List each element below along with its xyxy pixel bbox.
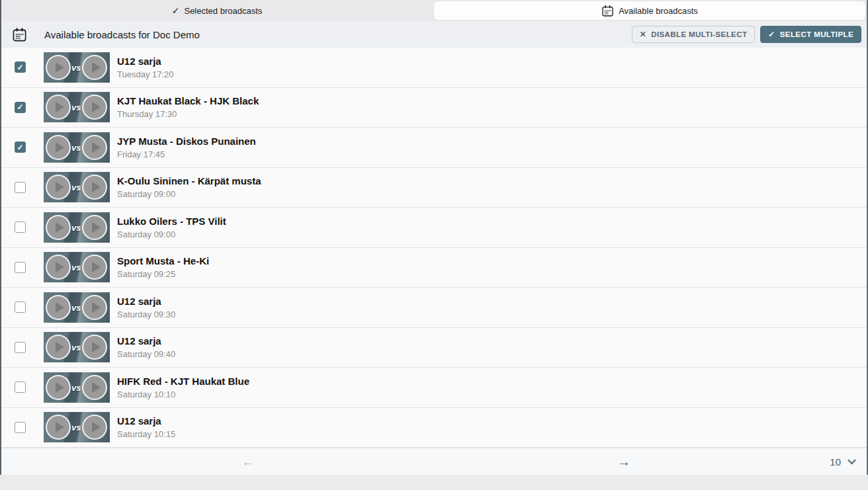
broadcast-checkbox[interactable] — [15, 262, 26, 273]
vs-label: vs — [71, 382, 81, 392]
play-icon — [82, 215, 107, 240]
broadcast-row[interactable]: vs Sport Musta - He-Ki Saturday 09:25 — [1, 248, 867, 288]
vs-label: vs — [71, 142, 81, 152]
tab-selected-broadcasts[interactable]: ✓ Selected broadcasts — [1, 0, 433, 21]
broadcast-time: Saturday 09:30 — [117, 309, 175, 319]
tab-available-broadcasts[interactable]: Available broadcasts — [434, 1, 865, 20]
play-icon — [46, 55, 71, 80]
broadcast-row[interactable]: ✓ vs U12 sarja Tuesday 17:20 — [1, 48, 867, 88]
play-icon — [82, 135, 107, 160]
broadcast-row[interactable]: vs U12 sarja Saturday 10:15 — [1, 408, 867, 448]
x-icon: ✕ — [640, 30, 646, 39]
broadcast-time: Saturday 09:40 — [117, 349, 175, 359]
broadcast-checkbox[interactable]: ✓ — [15, 61, 26, 73]
broadcast-time: Saturday 09:00 — [117, 189, 261, 199]
vs-label: vs — [71, 263, 81, 272]
tab-label: Available broadcasts — [619, 6, 698, 16]
broadcast-checkbox[interactable]: ✓ — [15, 142, 26, 153]
broadcast-thumbnail[interactable]: vs — [44, 412, 110, 442]
checkbox-cell — [1, 262, 44, 273]
play-icon — [82, 175, 107, 200]
broadcast-time: Friday 17:45 — [117, 149, 256, 159]
broadcast-checkbox[interactable] — [15, 342, 26, 353]
chevron-down-icon — [847, 456, 856, 464]
broadcast-meta: U12 sarja Saturday 10:15 — [117, 415, 175, 439]
broadcast-title: KJT Haukat Black - HJK Black — [117, 95, 259, 106]
broadcast-time: Saturday 10:15 — [117, 429, 175, 439]
calendar-icon — [601, 5, 614, 17]
checkbox-cell — [1, 182, 44, 193]
broadcast-manager-window: ✓ Selected broadcasts Available broadcas… — [0, 0, 868, 490]
broadcast-checkbox[interactable] — [15, 302, 26, 313]
checkbox-cell — [1, 342, 44, 353]
checkbox-cell — [1, 422, 44, 433]
broadcast-thumbnail[interactable]: vs — [44, 252, 110, 282]
broadcast-title: HIFK Red - KJT Haukat Blue — [117, 376, 249, 387]
broadcast-row[interactable]: vs U12 sarja Saturday 09:30 — [1, 288, 867, 328]
checkbox-cell — [1, 382, 44, 393]
broadcast-title: U12 sarja — [117, 335, 175, 347]
disable-multi-select-button[interactable]: ✕ DISABLE MULTI-SELECT — [632, 26, 756, 43]
broadcast-row[interactable]: vs HIFK Red - KJT Haukat Blue Saturday 1… — [1, 368, 867, 408]
broadcast-row[interactable]: vs Lukko Oilers - TPS Vilit Saturday 09:… — [1, 208, 867, 248]
button-label: DISABLE MULTI-SELECT — [651, 30, 747, 38]
bottom-strip — [0, 475, 868, 490]
broadcast-thumbnail[interactable]: vs — [44, 292, 110, 323]
broadcast-thumbnail[interactable]: vs — [44, 372, 110, 403]
page-header: Available broadcasts for Doc Demo ✕ DISA… — [1, 21, 867, 48]
broadcast-time: Thursday 17:30 — [117, 109, 259, 119]
header-actions: ✕ DISABLE MULTI-SELECT ✓ SELECT MULTIPLE — [632, 26, 861, 43]
broadcast-title: JYP Musta - Diskos Punainen — [117, 136, 256, 147]
broadcast-title: K-Oulu Sininen - Kärpät musta — [117, 175, 261, 186]
play-icon — [46, 215, 71, 240]
select-multiple-button[interactable]: ✓ SELECT MULTIPLE — [760, 26, 861, 43]
broadcast-thumbnail[interactable]: vs — [44, 92, 110, 122]
play-icon — [82, 295, 107, 320]
broadcast-thumbnail[interactable]: vs — [44, 52, 110, 83]
broadcast-time: Saturday 10:10 — [117, 389, 249, 399]
check-icon: ✓ — [172, 5, 180, 16]
broadcast-thumbnail[interactable]: vs — [44, 212, 110, 243]
vs-label: vs — [71, 62, 81, 72]
next-page-arrow-icon[interactable]: → — [617, 455, 630, 468]
broadcast-meta: U12 sarja Saturday 09:40 — [117, 335, 175, 359]
play-icon — [82, 335, 107, 360]
broadcast-checkbox[interactable] — [15, 182, 26, 193]
broadcast-thumbnail[interactable]: vs — [44, 172, 110, 202]
broadcast-checkbox[interactable] — [15, 422, 26, 433]
previous-page-arrow-icon[interactable]: ← — [241, 455, 255, 468]
play-icon — [46, 415, 71, 440]
play-icon — [82, 95, 107, 120]
broadcast-title: U12 sarja — [117, 415, 175, 427]
pagination-bar: ← → 10 — [1, 448, 867, 475]
main-panel: ✓ Selected broadcasts Available broadcas… — [0, 0, 868, 475]
checkbox-cell: ✓ — [1, 61, 44, 73]
broadcast-row[interactable]: vs K-Oulu Sininen - Kärpät musta Saturda… — [1, 168, 867, 208]
broadcast-title: Sport Musta - He-Ki — [117, 255, 209, 266]
broadcast-meta: K-Oulu Sininen - Kärpät musta Saturday 0… — [117, 175, 261, 199]
play-icon — [46, 295, 71, 320]
checkbox-cell: ✓ — [1, 142, 44, 153]
broadcast-time: Saturday 09:00 — [117, 229, 226, 239]
play-icon — [46, 375, 71, 400]
broadcast-meta: U12 sarja Saturday 09:30 — [117, 296, 175, 319]
play-icon — [46, 175, 71, 200]
broadcast-checkbox[interactable] — [15, 382, 26, 393]
broadcast-meta: KJT Haukat Black - HJK Black Thursday 17… — [117, 95, 259, 119]
play-icon — [46, 255, 71, 280]
play-icon — [82, 255, 107, 280]
button-label: SELECT MULTIPLE — [780, 30, 853, 38]
broadcast-thumbnail[interactable]: vs — [44, 332, 110, 362]
vs-label: vs — [71, 343, 81, 352]
page-size-select[interactable]: 10 — [830, 456, 855, 467]
broadcast-meta: U12 sarja Tuesday 17:20 — [117, 56, 174, 79]
check-icon: ✓ — [768, 30, 775, 39]
vs-label: vs — [71, 423, 81, 432]
vs-label: vs — [71, 302, 81, 312]
broadcast-row[interactable]: ✓ vs JYP Musta - Diskos Punainen Friday … — [1, 128, 867, 168]
broadcast-row[interactable]: vs U12 sarja Saturday 09:40 — [1, 328, 867, 368]
broadcast-checkbox[interactable] — [15, 222, 26, 233]
broadcast-thumbnail[interactable]: vs — [44, 132, 110, 163]
broadcast-checkbox[interactable]: ✓ — [15, 102, 26, 113]
broadcast-row[interactable]: ✓ vs KJT Haukat Black - HJK Black Thursd… — [1, 88, 867, 128]
